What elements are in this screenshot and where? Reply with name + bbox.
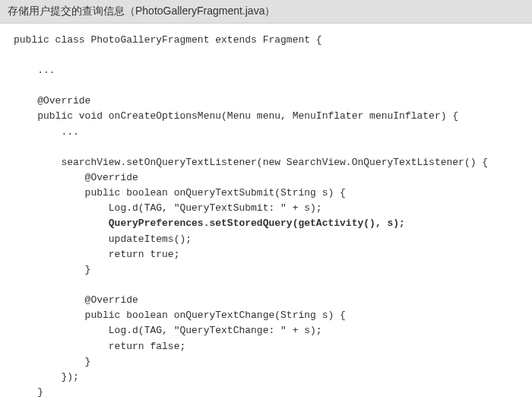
code-line: searchView.setOnQueryTextListener(new Se… (14, 157, 488, 168)
header-title: 存储用户提交的查询信息（PhotoGalleryFragment.java） (8, 5, 275, 17)
code-line: } (14, 264, 90, 275)
code-line: } (14, 356, 90, 367)
header-bar: 存储用户提交的查询信息（PhotoGalleryFragment.java） (0, 0, 532, 24)
code-line: return true; (14, 249, 179, 260)
code-line: public boolean onQueryTextChange(String … (14, 310, 346, 321)
code-line-bold: QueryPreferences.setStoredQuery(getActiv… (14, 218, 405, 229)
code-line: }); (14, 371, 79, 383)
code-line: ... (14, 126, 79, 138)
code-line: } (14, 386, 43, 397)
code-line: Log.d(TAG, "QueryTextSubmit: " + s); (14, 202, 322, 214)
code-line: @Override (14, 95, 90, 106)
code-line: public boolean onQueryTextSubmit(String … (14, 187, 346, 198)
code-line: @Override (14, 294, 138, 306)
code-line: public void onCreateOptionsMenu(Menu men… (14, 110, 458, 122)
code-line: @Override (14, 172, 138, 183)
code-line: return false; (14, 341, 185, 352)
code-block: public class PhotoGalleryFragment extend… (0, 24, 532, 397)
code-line: ... (14, 65, 55, 76)
code-line: Log.d(TAG, "QueryTextChange: " + s); (14, 325, 322, 336)
code-line: public class PhotoGalleryFragment extend… (14, 34, 322, 46)
code-line: updateItems(); (14, 233, 192, 245)
